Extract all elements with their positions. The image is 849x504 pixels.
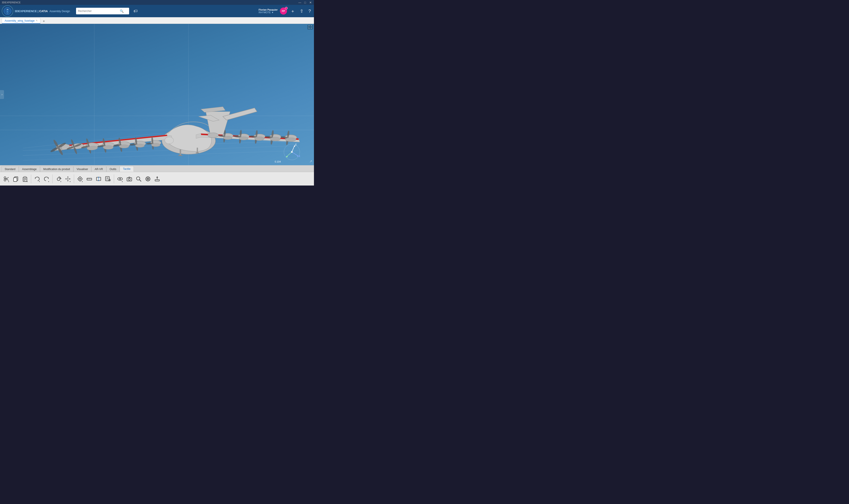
search-bar[interactable]: 🔍 <box>76 8 129 14</box>
dropdown-arrow4: ▾ <box>48 181 50 182</box>
svg-point-139 <box>128 178 131 180</box>
tab-visualiser-label: Visualiser <box>77 168 88 171</box>
svg-marker-111 <box>67 176 69 177</box>
add-tab-button[interactable]: + <box>41 19 46 24</box>
tab-tactile-label: Tactile <box>123 167 131 170</box>
camera-icon <box>126 176 133 182</box>
search-icon[interactable]: 🔍 <box>120 9 124 13</box>
svg-marker-109 <box>60 178 61 179</box>
svg-point-80 <box>119 145 129 148</box>
filter-icon <box>145 176 151 182</box>
aircraft-3d-view <box>0 24 314 165</box>
module-label: Assembly Design <box>50 10 70 13</box>
svg-text:3D: 3D <box>7 9 8 10</box>
svg-marker-96 <box>286 156 288 157</box>
annotate-tool[interactable] <box>104 175 112 183</box>
view-tool[interactable]: ▾ <box>116 175 124 183</box>
svg-rect-74 <box>178 155 183 156</box>
cut-tool[interactable]: ▾ <box>2 175 11 183</box>
tab-standard-label: Standard <box>5 168 16 171</box>
user-info: Florian Pasquier RHYMOTE ▼ <box>259 8 278 14</box>
avatar[interactable]: FP <box>280 7 287 15</box>
svg-rect-76 <box>196 152 199 153</box>
dropdown-arrow: ▾ <box>8 181 10 182</box>
dropdown-arrow2: ▾ <box>27 181 29 182</box>
tab-visualiser[interactable]: Visualiser <box>73 166 91 172</box>
undo-tool[interactable]: ▾ <box>33 175 41 183</box>
svg-point-81 <box>135 144 144 147</box>
separator2 <box>52 175 53 183</box>
dropdown-arrow8: ▾ <box>122 181 124 182</box>
paste-tool[interactable]: ▾ <box>21 175 29 183</box>
snap-tool[interactable]: ▾ <box>76 175 84 183</box>
orientation-svg: Z X <box>283 143 301 161</box>
app-info: 3DEXPERIENCE | CATIA Assembly Design <box>15 10 70 13</box>
svg-text:Z: Z <box>295 144 296 146</box>
search-input[interactable] <box>78 10 120 13</box>
logo-area: 3D ▶ V,R 3DEXPERIENCE | CATIA Assembly D… <box>2 5 70 17</box>
platform-name: RHYMOTE ▼ <box>259 11 278 14</box>
rotate-tool[interactable]: ▾ <box>54 175 63 183</box>
compass-svg: 3D ▶ V,R <box>3 7 12 15</box>
camera-tool[interactable] <box>125 175 134 183</box>
separator4 <box>114 175 114 183</box>
3d-viewport[interactable]: › <box>0 24 314 165</box>
search-tool-icon <box>136 176 142 182</box>
tab-ar-vr[interactable]: AR-VR <box>91 166 106 172</box>
tab-label: Assembly_wing_fuselage <box>5 19 34 22</box>
section-tool[interactable] <box>94 175 103 183</box>
svg-text:X: X <box>299 155 300 158</box>
measure-tool[interactable] <box>85 175 93 183</box>
tab-outils[interactable]: Outils <box>106 166 120 172</box>
tab-standard[interactable]: Standard <box>1 166 19 172</box>
svg-rect-147 <box>155 180 159 181</box>
svg-line-95 <box>286 152 292 157</box>
copy-tool[interactable] <box>12 175 20 183</box>
tab-bar: Assembly_wing_fuselage ✎ + <box>0 17 314 24</box>
titlebar: 3DEXPERIENCE — □ ✕ <box>0 0 314 5</box>
tab-assembly[interactable]: Assembly_wing_fuselage ✎ <box>2 18 40 24</box>
svg-line-92 <box>292 152 298 156</box>
svg-text:▶: ▶ <box>7 11 8 12</box>
search-tool-btn[interactable] <box>135 175 143 183</box>
close-button[interactable]: ✕ <box>309 1 312 4</box>
svg-line-6 <box>23 151 298 160</box>
svg-marker-114 <box>69 178 70 180</box>
svg-point-47 <box>208 133 219 138</box>
svg-rect-122 <box>87 178 92 180</box>
tag-button[interactable]: 🏷 <box>133 8 138 14</box>
copy-icon <box>13 176 19 182</box>
tab-tactile[interactable]: Tactile <box>120 166 134 172</box>
tab-ar-vr-label: AR-VR <box>94 168 103 171</box>
svg-point-110 <box>57 178 60 181</box>
tab-modification-label: Modification du produit <box>44 168 70 171</box>
annotate-icon <box>105 176 111 182</box>
publish-icon <box>154 176 160 182</box>
help-button[interactable]: ? <box>307 8 312 15</box>
main-header: 3D ▶ V,R 3DEXPERIENCE | CATIA Assembly D… <box>0 5 314 17</box>
toolbar-icons-row: ▾ ▾ ▾ <box>0 172 314 185</box>
tab-outils-label: Outils <box>110 168 117 171</box>
share-button[interactable]: ⇧ <box>298 7 305 15</box>
svg-marker-149 <box>156 176 158 178</box>
filter-tool[interactable] <box>144 175 152 183</box>
svg-rect-115 <box>67 178 68 179</box>
orientation-widget: Z X <box>283 143 301 161</box>
expand-button[interactable]: ⛶ <box>307 25 313 30</box>
compass-logo[interactable]: 3D ▶ V,R <box>2 5 13 17</box>
redo-tool[interactable]: ▾ <box>42 175 51 183</box>
svg-point-77 <box>165 137 174 144</box>
avatar-initials: FP <box>282 10 285 12</box>
add-button[interactable]: ＋ <box>289 7 296 15</box>
svg-rect-105 <box>24 177 26 178</box>
publish-tool[interactable] <box>153 175 161 183</box>
svg-point-83 <box>223 136 232 140</box>
maximize-button[interactable]: □ <box>304 1 307 4</box>
tab-modification[interactable]: Modification du produit <box>40 166 73 172</box>
dropdown-arrow-icon: ▼ <box>272 11 274 14</box>
tab-assemblage[interactable]: Assemblage <box>19 166 40 172</box>
minimize-button[interactable]: — <box>298 1 301 4</box>
dropdown-arrow3: ▾ <box>39 181 41 182</box>
move-tool[interactable]: ▾ <box>64 175 72 183</box>
svg-point-79 <box>103 146 113 149</box>
